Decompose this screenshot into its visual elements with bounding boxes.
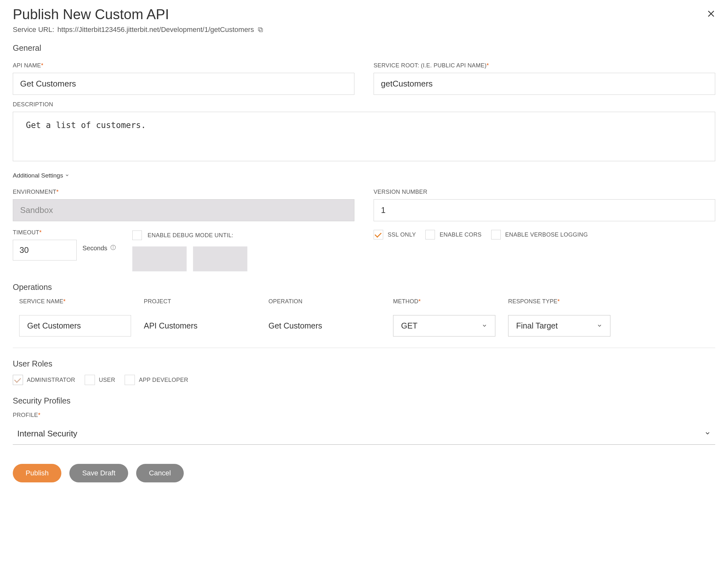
timeout-input[interactable]	[13, 240, 77, 260]
response-type-value: Final Target	[516, 321, 558, 330]
chevron-down-icon	[597, 321, 602, 330]
column-response-type: RESPONSE TYPE*	[508, 298, 610, 305]
user-checkbox[interactable]	[85, 375, 95, 385]
chevron-down-icon	[65, 172, 69, 179]
debug-time-input[interactable]	[193, 246, 248, 271]
user-roles-heading: User Roles	[13, 359, 715, 368]
profile-select[interactable]: Internal Security	[13, 423, 715, 445]
page-title: Publish New Custom API	[13, 6, 169, 22]
service-root-label: SERVICE ROOT: (I.E. PUBLIC API NAME)*	[373, 62, 715, 69]
enable-cors-checkbox[interactable]	[425, 230, 435, 240]
description-textarea[interactable]	[13, 112, 715, 161]
profile-label: PROFILE*	[13, 412, 715, 419]
service-root-input[interactable]	[373, 73, 715, 95]
column-project: PROJECT	[144, 298, 256, 305]
additional-settings-toggle[interactable]: Additional Settings	[13, 172, 715, 179]
version-number-input[interactable]	[373, 199, 715, 221]
enable-debug-checkbox[interactable]	[132, 230, 142, 240]
timeout-label: TIMEOUT*	[13, 229, 116, 236]
cancel-button[interactable]: Cancel	[136, 464, 183, 482]
chevron-down-icon	[704, 429, 711, 439]
ssl-only-checkbox[interactable]	[373, 230, 383, 240]
service-url-value: https://Jitterbit123456.jitterbit.net/De…	[57, 26, 254, 34]
enable-debug-label: ENABLE DEBUG MODE UNTIL:	[148, 232, 233, 239]
operation-row: API Customers Get Customers GET Final Ta…	[13, 315, 715, 348]
api-name-input[interactable]	[13, 73, 355, 95]
column-operation: OPERATION	[268, 298, 380, 305]
administrator-checkbox[interactable]	[13, 375, 23, 385]
description-label: DESCRIPTION	[13, 101, 715, 108]
save-draft-button[interactable]: Save Draft	[69, 464, 128, 482]
environment-input	[13, 199, 355, 221]
project-value: API Customers	[144, 321, 256, 330]
debug-date-input[interactable]	[132, 246, 187, 271]
seconds-label: Seconds	[82, 245, 107, 252]
method-select[interactable]: GET	[393, 315, 495, 336]
operation-value: Get Customers	[268, 321, 380, 330]
method-value: GET	[401, 321, 417, 330]
enable-verbose-label: ENABLE VERBOSE LOGGING	[505, 231, 588, 238]
svg-rect-2	[259, 29, 262, 32]
copy-icon[interactable]	[257, 27, 264, 33]
additional-settings-label: Additional Settings	[13, 172, 63, 179]
info-icon[interactable]	[110, 244, 116, 252]
operations-heading: Operations	[13, 282, 715, 292]
column-method: METHOD*	[393, 298, 495, 305]
chevron-down-icon	[482, 321, 487, 330]
publish-button[interactable]: Publish	[13, 464, 61, 482]
svg-rect-3	[258, 27, 261, 31]
column-service-name: SERVICE NAME*	[19, 298, 131, 305]
response-type-select[interactable]: Final Target	[508, 315, 610, 336]
service-name-input[interactable]	[19, 315, 131, 336]
profile-value: Internal Security	[17, 429, 77, 439]
user-label: USER	[99, 377, 115, 383]
app-developer-checkbox[interactable]	[125, 375, 135, 385]
administrator-label: ADMINISTRATOR	[27, 377, 75, 383]
service-url-label: Service URL:	[13, 26, 54, 34]
close-icon[interactable]	[707, 9, 715, 19]
general-heading: General	[13, 44, 715, 53]
enable-cors-label: ENABLE CORS	[439, 231, 481, 238]
app-developer-label: APP DEVELOPER	[139, 377, 188, 383]
enable-verbose-checkbox[interactable]	[491, 230, 501, 240]
api-name-label: API NAME*	[13, 62, 355, 69]
environment-label: ENVIRONMENT*	[13, 189, 355, 195]
security-profiles-heading: Security Profiles	[13, 396, 715, 406]
ssl-only-label: SSL ONLY	[388, 231, 416, 238]
version-number-label: VERSION NUMBER	[373, 189, 715, 195]
